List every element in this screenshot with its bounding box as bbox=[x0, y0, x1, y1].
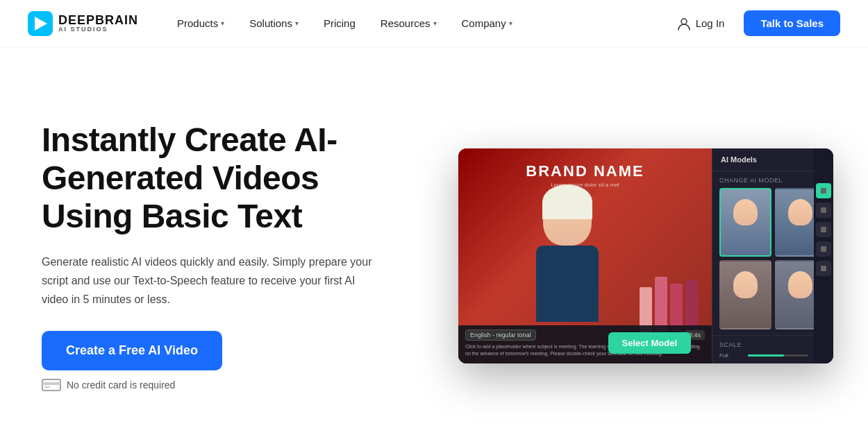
svg-rect-4 bbox=[42, 382, 60, 385]
product-screenshot: BRAND NAME Lorem ipsum dolor sit a met bbox=[458, 148, 833, 363]
logo[interactable]: DEEPBRAIN AI STUDIOS bbox=[28, 11, 138, 36]
login-button[interactable]: Log In bbox=[668, 10, 733, 37]
chevron-down-icon: ▾ bbox=[295, 19, 299, 27]
select-model-button[interactable]: Select Model bbox=[608, 332, 691, 354]
chevron-down-icon: ▾ bbox=[221, 19, 224, 27]
panel-icon-2[interactable] bbox=[816, 203, 831, 218]
chevron-down-icon: ▾ bbox=[433, 19, 437, 27]
panel-icon-strip bbox=[814, 148, 833, 363]
credit-card-icon bbox=[42, 379, 61, 391]
hero-description: Generate realistic AI videos quickly and… bbox=[42, 252, 375, 309]
no-credit-card-notice: No credit card is required bbox=[42, 379, 417, 391]
hero-title: Instantly Create AI-Generated Videos Usi… bbox=[42, 121, 417, 236]
svg-point-2 bbox=[681, 19, 687, 24]
model-grid bbox=[719, 188, 826, 329]
hero-right: BRAND NAME Lorem ipsum dolor sit a met bbox=[458, 148, 833, 363]
nav-resources[interactable]: Resources ▾ bbox=[369, 12, 448, 35]
svg-rect-5 bbox=[44, 386, 50, 388]
panel-icon-1[interactable] bbox=[816, 183, 831, 198]
panel-icon-5[interactable] bbox=[816, 261, 831, 276]
hero-left: Instantly Create AI-Generated Videos Usi… bbox=[42, 121, 417, 391]
avatar-body bbox=[536, 246, 599, 322]
create-free-video-button[interactable]: Create a Free AI Video bbox=[42, 331, 222, 370]
panel-icon-3[interactable] bbox=[816, 222, 831, 237]
nav-products[interactable]: Products ▾ bbox=[166, 12, 235, 35]
ai-models-panel: AI Models Change AI model bbox=[712, 148, 833, 363]
navbar: DEEPBRAIN AI STUDIOS Products ▾ Solution… bbox=[0, 0, 868, 47]
avatar bbox=[522, 190, 612, 322]
model-thumb-1[interactable] bbox=[719, 188, 771, 257]
nav-pricing[interactable]: Pricing bbox=[312, 12, 367, 35]
chevron-down-icon: ▾ bbox=[509, 19, 512, 27]
scale-slider[interactable] bbox=[748, 354, 808, 357]
nav-links: Products ▾ Solutions ▾ Pricing Resources… bbox=[166, 12, 668, 35]
person-icon bbox=[676, 16, 692, 31]
brand-name-overlay: BRAND NAME Lorem ipsum dolor sit a met bbox=[526, 162, 644, 188]
cta-area: Create a Free AI Video No credit card is… bbox=[42, 331, 417, 391]
language-badge: English - regular tonal bbox=[465, 329, 536, 341]
avatar-head bbox=[543, 190, 592, 246]
logo-icon bbox=[28, 11, 53, 36]
scale-slider-row: Full 54 bbox=[719, 352, 826, 359]
panel-icon-4[interactable] bbox=[816, 241, 831, 257]
nav-company[interactable]: Company ▾ bbox=[451, 12, 524, 35]
model-thumb-3[interactable] bbox=[719, 260, 771, 329]
video-preview: BRAND NAME Lorem ipsum dolor sit a met bbox=[458, 148, 712, 363]
nav-solutions[interactable]: Solutions ▾ bbox=[238, 12, 310, 35]
main-content: Instantly Create AI-Generated Videos Usi… bbox=[0, 47, 868, 437]
talk-to-sales-button[interactable]: Talk to Sales bbox=[744, 10, 840, 36]
logo-text: DEEPBRAIN AI STUDIOS bbox=[58, 14, 138, 33]
avatar-hair bbox=[542, 185, 592, 219]
nav-right: Log In Talk to Sales bbox=[668, 10, 840, 37]
